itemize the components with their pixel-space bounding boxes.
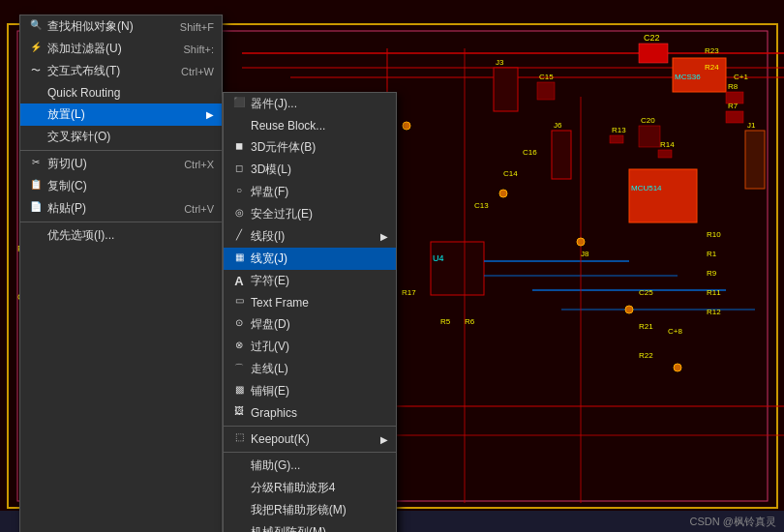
cut-label: 剪切(U) — [47, 156, 165, 172]
submenu-item-pour[interactable]: ▩ 铺铜(E) — [224, 380, 396, 402]
submenu-item-pad[interactable]: ○ 焊盘(F) — [224, 181, 396, 203]
submenu-item-text-frame[interactable]: ▭ Text Frame — [224, 292, 396, 313]
svg-rect-25 — [610, 135, 623, 143]
design-rule-label: 辅助(G)... — [251, 458, 388, 474]
place-label: 放置(L) — [47, 106, 196, 123]
probe-icon — [28, 130, 44, 145]
submenu-item-via-alt[interactable]: ◎ 安全过孔(E) — [224, 203, 396, 225]
primary-context-menu: 🔍 查找相似对象(N) Shift+F ⚡ 添加过滤器(U) Shift+: 〜… — [19, 15, 223, 532]
pad-label: 焊盘(F) — [251, 184, 388, 200]
quick-routing-label: Quick Routing — [47, 86, 214, 100]
pour-label: 铺铜(E) — [251, 383, 388, 399]
submenu-item-diff-pair[interactable]: 分级R辅助波形4 — [224, 477, 396, 499]
submenu-item-reuse[interactable]: Reuse Block... — [224, 115, 396, 136]
find-similar-label: 查找相似对象(N) — [47, 18, 161, 35]
svg-text:R12: R12 — [707, 308, 721, 316]
submenu-item-3d-model[interactable]: ◻ 3D模(L) — [224, 159, 396, 181]
svg-text:R7: R7 — [728, 102, 739, 110]
graphics-label: Graphics — [251, 406, 388, 420]
submenu-sep-1 — [224, 426, 396, 427]
submenu-item-3d-body[interactable]: ◼ 3D元件体(B) — [224, 136, 396, 159]
submenu-item-design-rule[interactable]: 辅助(G)... — [224, 455, 396, 477]
line-icon: ╱ — [231, 229, 247, 245]
copy-label: 复制(C) — [47, 178, 214, 194]
svg-point-40 — [499, 190, 507, 197]
svg-rect-13 — [745, 131, 765, 189]
svg-text:C14: C14 — [503, 169, 518, 178]
menu-item-interactive-route[interactable]: 〜 交互式布线(T) Ctrl+W — [20, 60, 222, 82]
svg-text:R1: R1 — [707, 250, 717, 258]
svg-text:R21: R21 — [639, 322, 653, 331]
svg-text:C15: C15 — [539, 73, 554, 81]
menu-item-properties[interactable]: 优先选项(I)... — [20, 224, 222, 247]
svg-text:R10: R10 — [707, 230, 721, 239]
svg-text:U4: U4 — [433, 253, 444, 263]
menu-item-cut[interactable]: ✂ 剪切(U) Ctrl+X — [20, 153, 222, 175]
submenu-item-graphics[interactable]: 🖼 Graphics — [224, 402, 396, 424]
interactive-route-shortcut: Ctrl+W — [162, 66, 214, 77]
pad-icon: ○ — [231, 185, 247, 200]
text-frame-icon: ▭ — [231, 295, 247, 310]
svg-text:J3: J3 — [496, 58, 504, 67]
reuse-icon — [231, 118, 247, 133]
submenu-item-arc[interactable]: ⌒ 走线(L) — [224, 358, 396, 380]
svg-text:R5: R5 — [440, 317, 451, 326]
string-icon: A — [231, 274, 247, 289]
cut-shortcut: Ctrl+X — [165, 159, 214, 170]
line-arrow: ▶ — [371, 231, 388, 242]
keepout-label: Keepout(K) — [251, 432, 371, 446]
paste-label: 粘贴(P) — [47, 200, 165, 217]
3d-body-label: 3D元件体(B) — [251, 139, 388, 156]
menu-item-copy[interactable]: 📋 复制(C) — [20, 175, 222, 197]
separator-2 — [20, 222, 222, 222]
svg-rect-21 — [639, 126, 660, 147]
svg-point-43 — [674, 364, 681, 371]
copy-icon: 📋 — [28, 179, 44, 194]
menu-item-paste[interactable]: 📄 粘贴(P) Ctrl+V — [20, 197, 222, 220]
menu-item-place[interactable]: 放置(L) ▶ — [20, 103, 222, 126]
paste-shortcut: Ctrl+V — [165, 203, 214, 215]
filter-icon: ⚡ — [28, 42, 44, 57]
submenu-item-component[interactable]: ⬛ 器件(J)... — [224, 93, 396, 115]
svg-rect-11 — [726, 111, 743, 123]
submenu-item-fill[interactable]: ▦ 线宽(J) — [224, 248, 396, 270]
place-icon — [28, 107, 44, 123]
submenu-item-solder[interactable]: ⊙ 焊盘(D) — [224, 313, 396, 336]
filter-label: 添加过滤器(U) — [47, 41, 165, 57]
fanout-label: 我把R辅助形镜(M) — [251, 502, 388, 518]
via-alt-icon: ◎ — [231, 207, 247, 222]
svg-text:C+8: C+8 — [668, 327, 682, 336]
svg-rect-15 — [537, 82, 555, 100]
reuse-label: Reuse Block... — [251, 119, 388, 133]
via-alt-label: 安全过孔(E) — [251, 206, 388, 222]
submenu-item-line[interactable]: ╱ 线段(I) ▶ — [224, 225, 396, 248]
properties-label: 优先选项(I)... — [47, 227, 214, 244]
string-label: 字符(E) — [251, 273, 388, 289]
cut-icon: ✂ — [28, 157, 44, 172]
menu-item-cross-probe[interactable]: 交叉探针(O) — [20, 126, 222, 148]
menu-item-filter[interactable]: ⚡ 添加过滤器(U) Shift+: — [20, 38, 222, 60]
submenu-item-fanout[interactable]: 我把R辅助形镜(M) — [224, 499, 396, 521]
svg-text:R22: R22 — [639, 351, 653, 360]
interactive-route-label: 交互式布线(T) — [47, 63, 162, 79]
diff-pair-label: 分级R辅助波形4 — [251, 480, 388, 496]
solder-icon: ⊙ — [231, 317, 247, 333]
svg-text:R17: R17 — [402, 288, 416, 297]
via-label: 过孔(V) — [251, 339, 388, 355]
route-icon: 〜 — [28, 64, 44, 79]
svg-text:R9: R9 — [707, 269, 717, 278]
solder-label: 焊盘(D) — [251, 316, 388, 333]
submenu-item-component-array[interactable]: 机械列阵列(M) — [224, 521, 396, 532]
submenu-item-via[interactable]: ⊗ 过孔(V) — [224, 336, 396, 358]
arc-icon: ⌒ — [231, 362, 247, 377]
svg-text:R23: R23 — [705, 46, 719, 55]
filter-shortcut: Shift+: — [165, 44, 215, 55]
menu-item-find-similar[interactable]: 🔍 查找相似对象(N) Shift+F — [20, 15, 222, 38]
menu-item-quick-routing[interactable]: Quick Routing — [20, 82, 222, 103]
submenu-item-string[interactable]: A 字符(E) — [224, 270, 396, 292]
component-array-label: 机械列阵列(M) — [251, 524, 388, 532]
svg-text:R13: R13 — [612, 126, 626, 134]
submenu-item-keepout[interactable]: ⬚ Keepout(K) ▶ — [224, 429, 396, 450]
svg-point-39 — [403, 122, 410, 130]
svg-text:C20: C20 — [641, 116, 655, 125]
